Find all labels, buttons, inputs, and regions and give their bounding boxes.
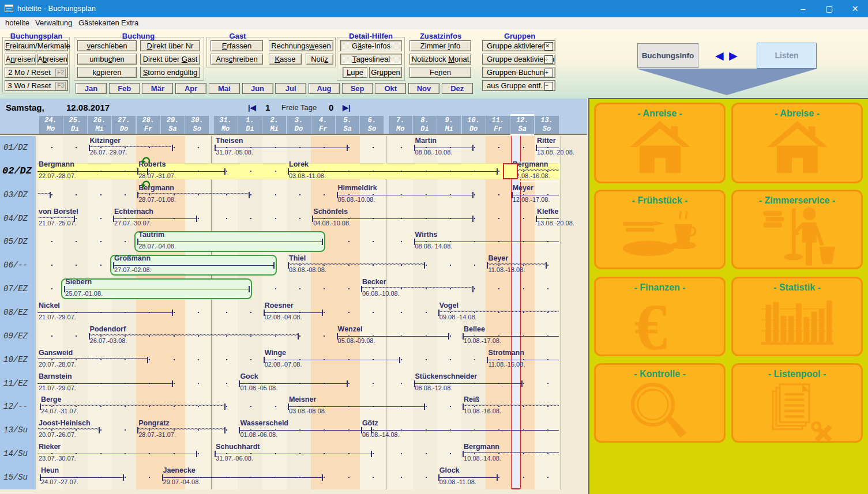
booking-schuchhardt[interactable] (215, 442, 215, 443)
booking-wirths[interactable] (414, 230, 415, 231)
tile-zimmerservice[interactable]: - Zimmerservice - (731, 190, 863, 269)
tile-abreise[interactable]: - Abreise - (731, 103, 863, 183)
booking-bellee-name[interactable]: Bellee (464, 325, 485, 333)
booking-rieker[interactable] (37, 442, 38, 443)
button-umbuchen[interactable]: umbuchen (77, 54, 137, 65)
day-col-12-sa[interactable]: 12.Sa (510, 114, 534, 135)
booking-heun[interactable] (40, 466, 40, 466)
booking-von-borstel-name[interactable]: von Borstel (39, 208, 78, 216)
day-col-8-di[interactable]: 8.Di (413, 116, 437, 134)
room-label-02-dz[interactable]: 02/DZ (2, 165, 32, 176)
day-col-10-do[interactable]: 10.Do (462, 116, 486, 134)
booking-gock[interactable] (239, 372, 239, 372)
booking-winge[interactable] (264, 348, 264, 349)
button-gaste-infos[interactable]: Gäste-Infos (340, 40, 402, 51)
day-col-1-di[interactable]: 1.Di (238, 116, 262, 134)
booking-roesner[interactable] (264, 301, 264, 301)
day-col-29-sa[interactable]: 29.Sa (161, 116, 185, 134)
month-feb[interactable]: Feb (109, 83, 140, 94)
booking-himmeldirk-name[interactable]: Himmeldirk (338, 184, 377, 192)
button-lupe[interactable]: Lupe (343, 67, 367, 78)
maximize-button[interactable]: ▢ (816, 0, 842, 17)
month-okt[interactable]: Okt (375, 83, 406, 94)
room-label-14-su[interactable]: 14/Su (3, 449, 28, 458)
day-col-11-fr[interactable]: 11.Fr (486, 116, 510, 134)
day-col-30-so[interactable]: 30.So (185, 116, 209, 134)
booking-bergmann-name[interactable]: Bergmann (39, 160, 74, 168)
button-notiz[interactable]: Notiz (306, 54, 333, 65)
room-label-08-ez[interactable]: 08/EZ (3, 308, 28, 317)
day-col-31-mo[interactable]: 31.Mo (214, 116, 238, 134)
booking-theisen-name[interactable]: Theisen (216, 137, 243, 145)
booking-podendorf-name[interactable]: Podendorf (90, 325, 126, 333)
booking-nickel[interactable] (37, 301, 38, 301)
tile-statistik[interactable]: - Statistik - (731, 277, 863, 356)
booking-strotmann-name[interactable]: Strotmann (488, 349, 524, 357)
booking-berge[interactable] (40, 395, 40, 395)
month-sep[interactable]: Sep (342, 83, 373, 94)
booking-thiel-name[interactable]: Thiel (289, 254, 306, 262)
button-3-wo-reset[interactable]: 3 Wo / ResetF3 (5, 80, 68, 91)
booking-schonfels-name[interactable]: Schönfels (313, 208, 348, 216)
booking-berge-name[interactable]: Berge (41, 395, 61, 404)
booking-wirths-name[interactable]: Wirths (415, 231, 438, 239)
month-nov[interactable]: Nov (408, 83, 439, 94)
booking-wasserscheid[interactable] (239, 418, 239, 419)
booking-jaenecke[interactable] (162, 466, 163, 466)
booking-rieker-name[interactable]: Rieker (39, 443, 61, 451)
booking-tautrim[interactable] (137, 230, 138, 231)
nav-first-icon[interactable]: |◀ (248, 103, 256, 112)
button-gruppen-buchung[interactable]: Gruppen-Buchung+ (482, 67, 555, 78)
booking-gansweid-name[interactable]: Gansweid (39, 349, 73, 357)
button-gruppe-aktivieren[interactable]: Gruppe aktivieren✕ (482, 40, 555, 51)
tile-listenpool[interactable]: - Listenpool - (731, 363, 863, 443)
button-erfassen[interactable]: Erfassen (211, 40, 263, 51)
booking-bergmann-name[interactable]: Bergmann (513, 160, 548, 168)
booking-wasserscheid-name[interactable]: Wasserscheid (240, 419, 288, 427)
day-col-25-di[interactable]: 25.Di (63, 116, 87, 134)
room-label-11-ez[interactable]: 11/EZ (3, 379, 28, 388)
button-anschreiben[interactable]: Anschreiben (211, 54, 263, 65)
booking-reiss[interactable] (463, 395, 463, 395)
button-kopieren[interactable]: kopieren (77, 67, 137, 78)
button-direkt-uber-nr[interactable]: Direkt über Nr (140, 40, 200, 51)
listen-button[interactable]: Listen (757, 43, 817, 69)
day-col-7-mo[interactable]: 7.Mo (389, 116, 412, 134)
room-label-05-dz[interactable]: 05/DZ (3, 237, 28, 246)
booking-lorek-name[interactable]: Lorek (289, 160, 309, 168)
tile-finanzen[interactable]: - Finanzen -€ (594, 277, 726, 356)
booking-beyer-name[interactable]: Beyer (488, 254, 508, 262)
booking-klefke-name[interactable]: Klefke (537, 208, 559, 216)
booking-roberts[interactable] (137, 160, 138, 160)
room-label-09-ez[interactable]: 09/EZ (3, 331, 28, 341)
arrow-right-icon[interactable]: ▶ (729, 49, 738, 62)
booking-klefke[interactable] (536, 207, 536, 208)
menu-item-verwaltung[interactable]: Verwaltung (35, 18, 72, 27)
booking-gock-name[interactable]: Gock (240, 372, 258, 380)
booking-bergmann[interactable] (37, 160, 38, 160)
booking-kitzinger-name[interactable]: Kitzinger (90, 137, 121, 145)
date-cursor-box[interactable] (503, 163, 518, 179)
day-col-5-sa[interactable]: 5.Sa (336, 116, 359, 134)
booking-podendorf[interactable] (89, 325, 89, 325)
menu-item-hotelite[interactable]: hotelite (5, 18, 29, 27)
booking-reiss-name[interactable]: Reiß (464, 395, 479, 404)
booking-meyer[interactable] (512, 183, 512, 184)
day-col-2-mi[interactable]: 2.Mi (262, 116, 286, 134)
booking-grossmann[interactable] (113, 254, 114, 254)
booking-echternach[interactable] (113, 207, 114, 208)
booking-vogel[interactable] (438, 301, 439, 301)
booking-becker[interactable] (361, 277, 362, 278)
room-label-15-su[interactable]: 15/Su (3, 473, 28, 482)
month-jul[interactable]: Jul (275, 83, 306, 94)
day-col-26-mi[interactable]: 26.Mi (88, 116, 111, 134)
booking-nickel-name[interactable]: Nickel (39, 301, 60, 310)
day-col-3-do[interactable]: 3.Do (287, 116, 311, 134)
booking-wenzel[interactable] (337, 325, 337, 325)
booking-barnstein-name[interactable]: Barnstein (39, 372, 72, 380)
booking-theisen[interactable] (215, 136, 215, 137)
booking-glock-name[interactable]: Glock (439, 466, 460, 474)
day-col-24-mo[interactable]: 24.Mo (39, 116, 63, 134)
button-ferien[interactable]: Ferien (409, 67, 471, 78)
button-anreisen[interactable]: Anreisen (5, 54, 36, 65)
